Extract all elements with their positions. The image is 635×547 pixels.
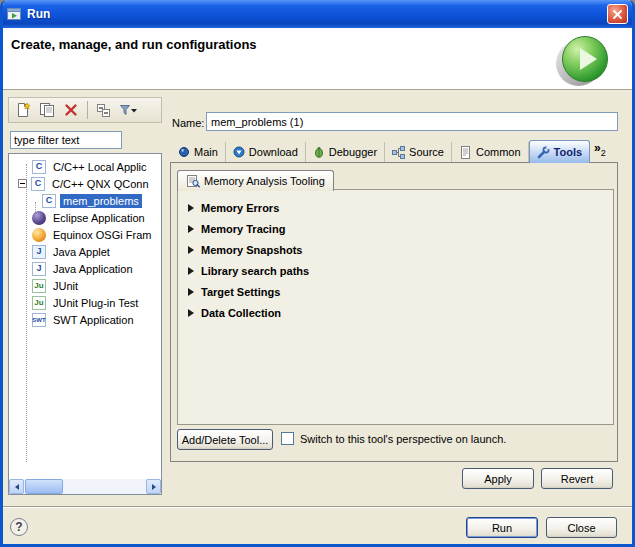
section-data-collection[interactable]: Data Collection (178, 302, 613, 323)
c-config-icon: C (42, 194, 56, 208)
disc-icon (178, 146, 190, 158)
play-icon-circle (562, 36, 608, 82)
perspective-checkbox[interactable] (281, 432, 294, 445)
collapse-all-button[interactable] (93, 100, 115, 120)
banner-message: Create, manage, and run configurations (11, 37, 257, 52)
new-configuration-button[interactable] (12, 100, 34, 120)
config-toolbar (8, 97, 162, 123)
expand-arrow-icon (188, 246, 194, 254)
filter-input[interactable] (10, 131, 122, 149)
play-button-icon (556, 36, 608, 86)
section-memory-snapshots[interactable]: Memory Snapshots (178, 239, 613, 260)
chevron-double-icon: » (594, 142, 601, 154)
apply-button[interactable]: Apply (462, 468, 534, 489)
section-label: Target Settings (201, 286, 280, 298)
horizontal-scrollbar[interactable] (9, 479, 161, 494)
run-button[interactable]: Run (466, 517, 538, 538)
section-label: Library search paths (201, 265, 309, 277)
tree-item-junit-plugin-test[interactable]: Ju JUnit Plug-in Test (9, 294, 161, 311)
tab-overflow-chevron[interactable]: » 2 (590, 142, 610, 162)
tab-download[interactable]: Download (226, 142, 306, 162)
tree-item-java-applet[interactable]: J Java Applet (9, 243, 161, 260)
tab-source[interactable]: Source (385, 142, 452, 162)
tab-common[interactable]: Common (452, 142, 529, 162)
tab-label: Source (409, 146, 444, 158)
tools-subtabbar: Memory Analysis Tooling (177, 169, 334, 190)
tree-item-label: Eclipse Application (50, 211, 148, 225)
section-label: Memory Snapshots (201, 244, 302, 256)
scrollbar-thumb[interactable] (25, 479, 63, 494)
footer-separator (3, 506, 632, 508)
add-delete-tool-button[interactable]: Add/Delete Tool... (177, 429, 273, 450)
copy-icon (39, 102, 55, 118)
question-icon: ? (15, 520, 22, 534)
collapse-all-icon (96, 102, 112, 118)
section-library-search-paths[interactable]: Library search paths (178, 260, 613, 281)
tab-label: Tools (554, 146, 583, 158)
dialog-banner: Create, manage, and run configurations (3, 28, 632, 90)
help-button[interactable]: ? (10, 518, 28, 536)
configurations-tree: C C/C++ Local Applic C C/C++ QNX QConn C… (8, 153, 162, 495)
tree-item-label: C/C++ Local Applic (50, 160, 150, 174)
close-button[interactable] (607, 4, 628, 24)
tree-item-java-application[interactable]: J Java Application (9, 260, 161, 277)
scroll-right-button[interactable] (146, 479, 161, 494)
tree-item-label-selected: mem_problems (60, 194, 142, 208)
tree-item-equinox-osgi[interactable]: Equinox OSGi Fram (9, 226, 161, 243)
run-window-icon (6, 6, 22, 22)
section-target-settings[interactable]: Target Settings (178, 281, 613, 302)
duplicate-configuration-button[interactable] (36, 100, 58, 120)
new-document-icon (15, 102, 31, 118)
tree-collapse-icon[interactable] (18, 179, 27, 188)
equinox-sphere-icon (32, 228, 46, 242)
eclipse-sphere-icon (32, 211, 46, 225)
document-icon (459, 146, 472, 159)
section-memory-tracing[interactable]: Memory Tracing (178, 218, 613, 239)
tree-item-label: JUnit Plug-in Test (50, 296, 141, 310)
scrollbar-track[interactable] (24, 479, 146, 494)
delete-x-icon (63, 102, 79, 118)
qnx-c-icon: C (31, 177, 45, 191)
java-application-icon: J (32, 262, 46, 276)
delete-configuration-button[interactable] (60, 100, 82, 120)
tree-item-junit[interactable]: Ju JUnit (9, 277, 161, 294)
junit-icon: Ju (32, 279, 46, 293)
section-label: Memory Tracing (201, 223, 285, 235)
tree-item-label: Equinox OSGi Fram (50, 228, 154, 242)
tab-main[interactable]: Main (171, 142, 226, 162)
source-tree-icon (392, 146, 405, 159)
window-title: Run (27, 7, 50, 21)
close-dialog-button[interactable]: Close (546, 517, 617, 538)
subtab-memory-analysis-tooling[interactable]: Memory Analysis Tooling (177, 170, 334, 191)
titlebar[interactable]: Run (0, 0, 635, 28)
section-label: Data Collection (201, 307, 281, 319)
memory-analysis-panel: Memory Errors Memory Tracing Memory Snap… (177, 189, 614, 425)
tab-label: Main (194, 146, 218, 158)
tree-item-label: C/C++ QNX QConn (49, 177, 152, 191)
filter-menu-button[interactable] (117, 100, 139, 120)
tree-item-cpp-qnx-qconn[interactable]: C C/C++ QNX QConn (9, 175, 161, 192)
revert-button[interactable]: Revert (541, 468, 613, 489)
tree-item-eclipse-application[interactable]: Eclipse Application (9, 209, 161, 226)
config-tabbar: Main Download Debugger Source (171, 140, 610, 162)
play-triangle-icon (580, 48, 597, 70)
tab-label: Common (476, 146, 521, 158)
close-x-icon (612, 9, 623, 20)
section-memory-errors[interactable]: Memory Errors (178, 197, 613, 218)
expand-arrow-icon (188, 309, 194, 317)
section-label: Memory Errors (201, 202, 279, 214)
expand-arrow-icon (188, 267, 194, 275)
tree-item-label: Java Application (50, 262, 136, 276)
tab-debugger[interactable]: Debugger (306, 142, 385, 162)
tree-item-swt-application[interactable]: SWT SWT Application (9, 311, 161, 328)
scroll-left-button[interactable] (9, 479, 24, 494)
tab-tools[interactable]: Tools (529, 140, 591, 163)
java-applet-icon: J (32, 245, 46, 259)
toolbar-separator (87, 101, 88, 119)
tree-item-cpp-local-application[interactable]: C C/C++ Local Applic (9, 158, 161, 175)
filter-funnel-icon (119, 103, 138, 117)
name-input[interactable] (206, 112, 618, 131)
tree-item-mem-problems[interactable]: C mem_problems (9, 192, 161, 209)
c-file-icon: C (32, 160, 46, 174)
tree-item-label: SWT Application (50, 313, 137, 327)
